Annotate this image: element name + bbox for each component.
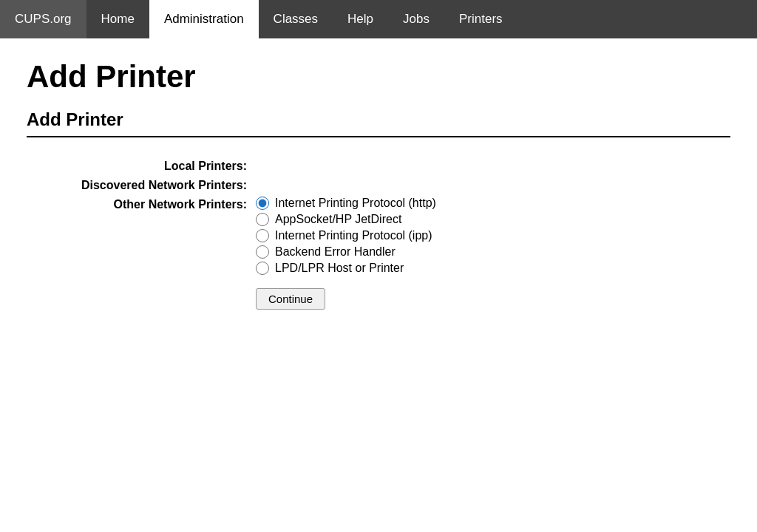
section-heading: Add Printer xyxy=(27,109,730,137)
nav-home[interactable]: Home xyxy=(86,0,149,38)
continue-button[interactable]: Continue xyxy=(256,288,325,310)
radio-ipp-http[interactable]: Internet Printing Protocol (http) xyxy=(256,197,436,210)
main-content: Add Printer Local Printers: Discovered N… xyxy=(0,109,757,336)
nav-printers[interactable]: Printers xyxy=(444,0,517,38)
discovered-network-label: Discovered Network Printers: xyxy=(56,177,256,192)
radio-appsocket-input[interactable] xyxy=(256,213,269,226)
radio-appsocket[interactable]: AppSocket/HP JetDirect xyxy=(256,213,436,226)
continue-row: Continue xyxy=(256,288,730,310)
page-title-section: Add Printer xyxy=(0,38,757,109)
printer-form: Local Printers: Discovered Network Print… xyxy=(56,158,730,310)
radio-lpd-lpr[interactable]: LPD/LPR Host or Printer xyxy=(256,262,436,275)
nav-administration[interactable]: Administration xyxy=(149,0,259,38)
other-network-row: Other Network Printers: Internet Printin… xyxy=(56,197,730,275)
radio-backend-error-input[interactable] xyxy=(256,245,269,259)
local-printers-label: Local Printers: xyxy=(56,158,256,173)
radio-backend-error-label: Backend Error Handler xyxy=(275,245,396,259)
nav-help[interactable]: Help xyxy=(333,0,388,38)
page-title: Add Printer xyxy=(27,59,730,95)
radio-ipp-ipp[interactable]: Internet Printing Protocol (ipp) xyxy=(256,229,436,242)
radio-ipp-ipp-input[interactable] xyxy=(256,229,269,242)
radio-appsocket-label: AppSocket/HP JetDirect xyxy=(275,213,401,226)
other-network-options: Internet Printing Protocol (http) AppSoc… xyxy=(256,197,436,275)
main-nav: CUPS.org Home Administration Classes Hel… xyxy=(0,0,757,38)
radio-backend-error[interactable]: Backend Error Handler xyxy=(256,245,436,259)
nav-cups-org[interactable]: CUPS.org xyxy=(0,0,86,38)
radio-ipp-http-input[interactable] xyxy=(256,197,269,210)
radio-ipp-ipp-label: Internet Printing Protocol (ipp) xyxy=(275,229,432,242)
nav-jobs[interactable]: Jobs xyxy=(388,0,444,38)
local-printers-row: Local Printers: xyxy=(56,158,730,173)
other-network-label: Other Network Printers: xyxy=(56,197,256,211)
radio-lpd-lpr-input[interactable] xyxy=(256,262,269,275)
radio-ipp-http-label: Internet Printing Protocol (http) xyxy=(275,197,436,210)
nav-classes[interactable]: Classes xyxy=(259,0,333,38)
radio-lpd-lpr-label: LPD/LPR Host or Printer xyxy=(275,262,404,275)
discovered-network-row: Discovered Network Printers: xyxy=(56,177,730,192)
